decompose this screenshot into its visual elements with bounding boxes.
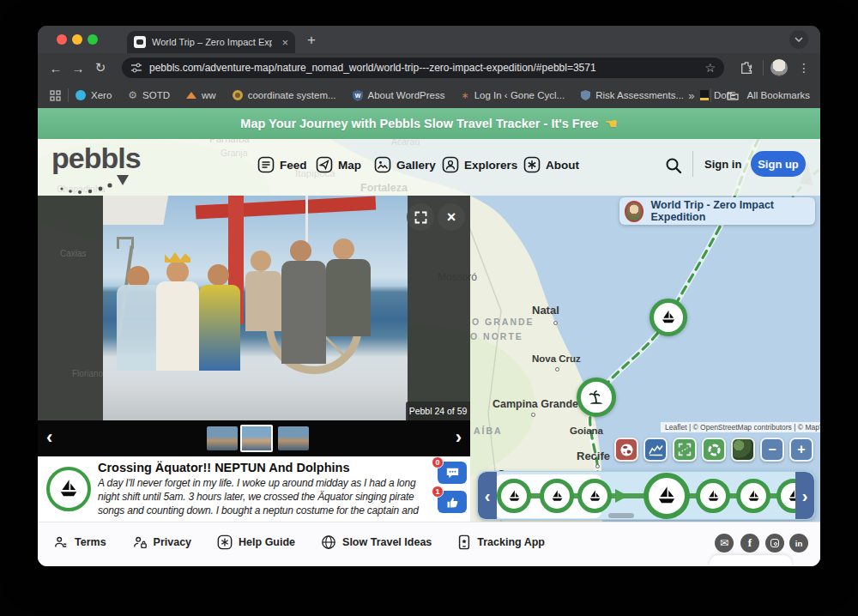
ww-favicon bbox=[186, 92, 196, 99]
bookmark-log-in[interactable]: ∗Log In ‹ Gone Cycl... bbox=[461, 90, 565, 101]
next-photo-button[interactable]: › bbox=[456, 426, 462, 449]
search-icon[interactable] bbox=[664, 156, 683, 175]
site-settings-icon[interactable] bbox=[130, 63, 142, 73]
bookmark-star-icon[interactable]: ☆ bbox=[704, 61, 716, 75]
thumbnail-3[interactable] bbox=[278, 426, 309, 450]
island-route-marker[interactable] bbox=[577, 377, 616, 417]
sign-in-link[interactable]: Sign in bbox=[704, 158, 741, 171]
zoom-in-button[interactable]: + bbox=[789, 438, 813, 462]
caption-panel: Crossing Äquator!! NEPTUN And Dolphins A… bbox=[38, 456, 470, 522]
globe-view-button[interactable] bbox=[614, 438, 638, 462]
bookmark-sotd[interactable]: ⚙SOTD bbox=[128, 89, 170, 101]
nav-gallery[interactable]: Gallery bbox=[374, 156, 436, 173]
nav-gallery-label: Gallery bbox=[396, 159, 436, 172]
timeline-node-3[interactable] bbox=[577, 479, 612, 513]
nav-explorers[interactable]: Explorers bbox=[442, 156, 517, 173]
pointing-hand-icon: ☚ bbox=[604, 115, 617, 133]
email-social-button[interactable]: ✉ bbox=[715, 534, 734, 553]
bookmark-xero[interactable]: Xero bbox=[76, 90, 112, 100]
bookmark-coordinate-system[interactable]: coordinate system... bbox=[233, 90, 336, 100]
nav-map-label: Map bbox=[338, 159, 361, 172]
bookmark-ww[interactable]: ww bbox=[186, 90, 216, 100]
timeline-node-5[interactable] bbox=[696, 479, 730, 513]
linkedin-social-button[interactable]: in bbox=[789, 534, 808, 553]
browser-window: World Trip – Zero Impact Expe × + ← → ↻ … bbox=[38, 26, 820, 566]
timeline-node-selected[interactable] bbox=[644, 473, 690, 519]
mac-zoom-button[interactable] bbox=[88, 34, 98, 45]
map-label-state-2: O NORTE bbox=[470, 331, 523, 341]
trip-title: World Trip - Zero Impact Expedition bbox=[650, 199, 810, 223]
sailboat-icon bbox=[550, 489, 565, 504]
line-chart-icon bbox=[649, 444, 663, 456]
instagram-icon bbox=[770, 539, 779, 547]
widget-pill[interactable] bbox=[710, 555, 792, 566]
nav-map[interactable]: Map bbox=[316, 156, 361, 173]
sign-up-button[interactable]: Sign up bbox=[751, 151, 806, 177]
bookmarks-overflow-chevron[interactable]: » bbox=[688, 89, 694, 102]
pebbls-logo[interactable]: pebbls bbox=[51, 142, 141, 175]
bookmarks-divider-right bbox=[710, 88, 711, 102]
sailboat-icon bbox=[706, 489, 721, 504]
svg-text:W: W bbox=[354, 93, 360, 99]
locate-button[interactable] bbox=[702, 438, 726, 462]
fit-route-button[interactable] bbox=[673, 438, 697, 462]
address-bar[interactable]: pebbls.com/adventure-map/nature_nomad_wo… bbox=[122, 57, 724, 78]
timeline-node-1[interactable] bbox=[497, 479, 531, 513]
apps-grid-icon[interactable] bbox=[50, 90, 61, 101]
all-bookmarks-button[interactable]: All Bookmarks bbox=[747, 90, 811, 100]
zoom-out-button[interactable]: − bbox=[760, 438, 784, 462]
sailboat-icon bbox=[507, 489, 522, 504]
footer-help-guide[interactable]: Help Guide bbox=[217, 534, 295, 550]
prev-photo-button[interactable]: ‹ bbox=[46, 426, 52, 449]
footer-terms[interactable]: Terms bbox=[53, 534, 106, 550]
sotd-favicon: ⚙ bbox=[128, 89, 137, 101]
expand-button[interactable] bbox=[407, 203, 434, 231]
satellite-layer-button[interactable] bbox=[731, 438, 755, 462]
footer-tracking-app-label: Tracking App bbox=[477, 536, 545, 548]
reload-button[interactable]: ↻ bbox=[89, 60, 112, 75]
browser-tab[interactable]: World Trip – Zero Impact Expe × bbox=[127, 31, 295, 53]
extensions-icon[interactable] bbox=[740, 61, 753, 78]
promo-banner[interactable]: Map Your Journey with Pebbls Slow Travel… bbox=[38, 108, 820, 139]
bookmark-risk-assessments[interactable]: Risk Assessments... bbox=[581, 90, 684, 100]
bookmark-about-wordpress[interactable]: WAbout WordPress bbox=[353, 90, 445, 101]
footer-tracking-app[interactable]: Tracking App bbox=[457, 534, 545, 550]
map-label-goiana: Goiana bbox=[570, 426, 603, 436]
person-head bbox=[290, 240, 311, 262]
instagram-social-button[interactable] bbox=[765, 534, 784, 553]
thumbnail-2-selected[interactable] bbox=[240, 425, 273, 452]
sailboat-icon bbox=[57, 478, 80, 500]
timeline-arrow-shape bbox=[615, 489, 628, 503]
timeline-scrollbar[interactable] bbox=[608, 513, 634, 518]
footer-slow-travel-ideas[interactable]: Slow Travel Ideas bbox=[321, 534, 432, 550]
new-tab-button[interactable]: + bbox=[307, 32, 316, 49]
elevation-chart-button[interactable] bbox=[644, 438, 668, 462]
timeline-node-2[interactable] bbox=[540, 479, 574, 513]
tab-close-icon[interactable]: × bbox=[281, 36, 288, 49]
menu-kebab-icon[interactable]: ⋮ bbox=[798, 61, 810, 75]
thumbnail-1[interactable] bbox=[207, 426, 238, 450]
trip-title-card[interactable]: World Trip - Zero Impact Expedition bbox=[619, 197, 815, 225]
profile-avatar[interactable] bbox=[770, 59, 788, 76]
timeline-prev-button[interactable]: ‹ bbox=[478, 472, 497, 520]
footer-privacy[interactable]: Privacy bbox=[132, 534, 191, 550]
person-head bbox=[251, 251, 271, 271]
plus-icon: + bbox=[797, 442, 805, 457]
back-button[interactable]: ← bbox=[45, 61, 67, 75]
map-label-floriano: Floriano bbox=[72, 369, 103, 378]
chevron-down-icon bbox=[795, 37, 803, 42]
nav-feed[interactable]: Feed bbox=[257, 156, 307, 173]
facebook-social-button[interactable]: f bbox=[740, 534, 759, 553]
close-button[interactable]: × bbox=[438, 203, 465, 231]
forward-button[interactable]: → bbox=[67, 61, 89, 75]
boat-route-marker[interactable] bbox=[650, 299, 687, 336]
timeline-node-6[interactable] bbox=[736, 479, 770, 513]
person-body bbox=[199, 285, 240, 371]
timeline-next-button[interactable]: › bbox=[795, 472, 814, 520]
thumbs-up-icon bbox=[446, 496, 459, 509]
tab-search-button[interactable] bbox=[789, 30, 808, 49]
nav-about[interactable]: About bbox=[523, 156, 579, 173]
person-head bbox=[166, 261, 189, 283]
mac-close-button[interactable] bbox=[57, 34, 67, 45]
mac-minimize-button[interactable] bbox=[72, 34, 82, 45]
